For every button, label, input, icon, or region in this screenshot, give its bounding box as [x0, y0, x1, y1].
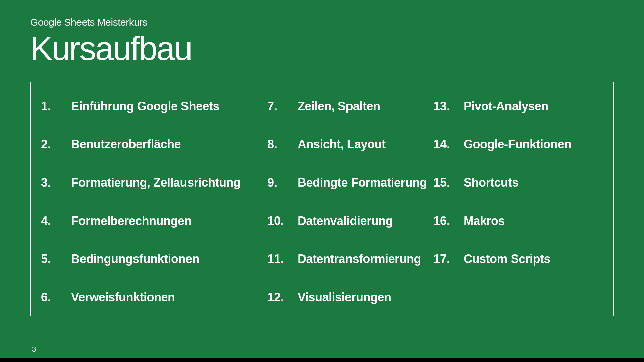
item-number: 12. [267, 290, 284, 304]
list-item: 4. Formelberechnungen [41, 214, 262, 228]
bottom-black-bar [0, 358, 644, 362]
item-label: Verweisfunktionen [71, 290, 175, 304]
course-structure-box: 1. Einführung Google Sheets 2. Benutzero… [30, 82, 614, 316]
list-item: 14. Google-Funktionen [433, 137, 606, 152]
item-label: Visualisierungen [298, 290, 391, 304]
list-item: 7. Zeilen, Spalten [267, 99, 428, 113]
item-label: Formatierung, Zellausrichtung [71, 176, 241, 190]
list-item: 9. Bedingte Formatierung [267, 176, 428, 190]
item-number: 7. [267, 99, 284, 113]
list-item: 17. Custom Scripts [433, 252, 606, 266]
page-number: 3 [32, 345, 36, 354]
slide-container: Google Sheets Meisterkurs Kursaufbau 1. … [0, 0, 644, 362]
item-label: Benutzeroberfläche [71, 137, 181, 152]
list-item: 13. Pivot-Analysen [433, 99, 606, 113]
item-label: Ansicht, Layout [298, 137, 386, 152]
item-number: 15. [433, 176, 450, 190]
item-label: Datentransformierung [298, 252, 421, 266]
list-item: 6. Verweisfunktionen [41, 290, 262, 304]
slide-subtitle: Google Sheets Meisterkurs [30, 17, 614, 28]
slide-title: Kursaufbau [30, 32, 614, 65]
item-label: Bedingungsfunktionen [71, 252, 199, 266]
item-number: 14. [433, 137, 450, 152]
column-1: 1. Einführung Google Sheets 2. Benutzero… [41, 93, 262, 306]
item-label: Einführung Google Sheets [71, 99, 219, 113]
list-item: 16. Makros [433, 214, 606, 228]
list-item: 8. Ansicht, Layout [267, 137, 428, 152]
list-item: 1. Einführung Google Sheets [41, 99, 262, 113]
item-number: 1. [41, 99, 58, 113]
item-label: Bedingte Formatierung [298, 176, 427, 190]
list-item: 12. Visualisierungen [267, 290, 428, 304]
item-label: Datenvalidierung [298, 214, 393, 228]
item-number: 9. [267, 176, 284, 190]
list-item: 5. Bedingungsfunktionen [41, 252, 262, 266]
item-number: 2. [41, 137, 58, 152]
item-label: Formelberechnungen [71, 214, 192, 228]
list-item: 15. Shortcuts [433, 176, 606, 190]
item-label: Custom Scripts [464, 252, 550, 266]
item-number: 4. [41, 214, 58, 228]
list-item: 3. Formatierung, Zellausrichtung [41, 176, 262, 190]
item-number: 3. [41, 176, 58, 190]
item-number: 16. [433, 214, 450, 228]
item-number: 11. [267, 252, 284, 266]
item-number: 17. [433, 252, 450, 266]
item-number: 13. [433, 99, 450, 113]
item-number: 10. [267, 214, 284, 228]
list-item: 2. Benutzeroberfläche [41, 137, 262, 152]
item-label: Shortcuts [464, 176, 519, 190]
item-number: 6. [41, 290, 58, 304]
item-label: Pivot-Analysen [464, 99, 548, 113]
column-3: 13. Pivot-Analysen 14. Google-Funktionen… [433, 93, 606, 306]
item-number: 5. [41, 252, 58, 266]
item-label: Makros [464, 214, 505, 228]
item-number: 8. [267, 137, 284, 152]
item-label: Google-Funktionen [464, 137, 571, 152]
item-label: Zeilen, Spalten [298, 99, 380, 113]
list-item: 10. Datenvalidierung [267, 214, 428, 228]
column-2: 7. Zeilen, Spalten 8. Ansicht, Layout 9.… [267, 93, 428, 306]
list-item: 11. Datentransformierung [267, 252, 428, 266]
